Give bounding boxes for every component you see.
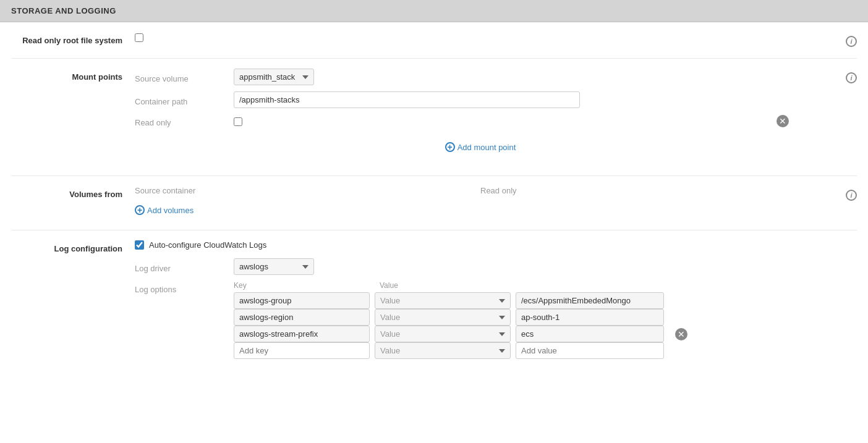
auto-configure-label: Auto-configure CloudWatch Logs bbox=[149, 240, 266, 250]
log-options-headers: Key Value bbox=[234, 281, 826, 290]
mount-points-row: Mount points Source volume appsmith_stac… bbox=[11, 59, 857, 176]
log-key-input-0[interactable] bbox=[234, 292, 370, 309]
log-option-row-3: Value bbox=[234, 342, 826, 359]
log-option-row-0: Value bbox=[234, 292, 826, 309]
source-container-header: Source container bbox=[135, 186, 480, 195]
read-only-root-checkbox[interactable] bbox=[135, 33, 143, 42]
mount-remove-icon[interactable]: ✕ bbox=[777, 115, 789, 127]
log-val-input-1[interactable] bbox=[516, 309, 664, 326]
log-remove-icon-2[interactable]: ✕ bbox=[675, 328, 687, 340]
container-path-label: Container path bbox=[135, 93, 234, 106]
section-header: STORAGE AND LOGGING bbox=[0, 0, 868, 22]
add-volumes-link[interactable]: + Add volumes bbox=[135, 200, 194, 220]
log-option-row-2: Value ✕ bbox=[234, 326, 826, 342]
log-value-header: Value bbox=[380, 281, 516, 290]
container-path-input[interactable]: /appsmith-stacks bbox=[234, 91, 580, 108]
log-config-content: Auto-configure CloudWatch Logs Log drive… bbox=[135, 240, 826, 365]
volumes-from-label: Volumes from bbox=[11, 186, 135, 199]
volumes-from-row: Volumes from Source container Read only … bbox=[11, 176, 857, 230]
read-only-root-info-col: i bbox=[826, 32, 857, 47]
log-config-info-col bbox=[826, 240, 857, 244]
add-mount-row: + Add mount point bbox=[135, 133, 826, 166]
log-driver-label: Log driver bbox=[135, 260, 234, 273]
log-options-content: Key Value Value bbox=[234, 281, 826, 359]
mount-read-only-row: Read only ✕ bbox=[135, 114, 826, 127]
log-value-select-2[interactable]: Value bbox=[375, 326, 511, 342]
add-volumes-row: + Add volumes bbox=[135, 200, 826, 220]
mount-read-only-label: Read only bbox=[135, 114, 234, 127]
log-value-select-3[interactable]: Value bbox=[375, 342, 511, 359]
source-volume-control: appsmith_stack bbox=[234, 69, 826, 85]
mount-read-only-checkbox[interactable] bbox=[234, 117, 242, 126]
source-volume-select[interactable]: appsmith_stack bbox=[234, 69, 314, 85]
volumes-from-info-col: i bbox=[826, 186, 857, 201]
log-val-input-2[interactable] bbox=[516, 326, 664, 342]
mount-points-info-icon[interactable]: i bbox=[846, 72, 857, 83]
log-key-header: Key bbox=[234, 281, 370, 290]
volumes-read-only-header: Read only bbox=[480, 186, 826, 195]
log-driver-control: awslogs bbox=[234, 258, 826, 275]
mount-points-info-col: i bbox=[826, 69, 857, 83]
read-only-root-row: Read only root file system i bbox=[11, 22, 857, 59]
volumes-from-info-icon[interactable]: i bbox=[846, 190, 857, 201]
read-only-root-label: Read only root file system bbox=[11, 32, 135, 45]
add-mount-point-link[interactable]: + Add mount point bbox=[445, 137, 516, 157]
read-only-root-content bbox=[135, 32, 826, 48]
add-volumes-plus-icon: + bbox=[135, 205, 145, 215]
volumes-headers: Source container Read only bbox=[135, 186, 826, 195]
read-only-root-info-icon[interactable]: i bbox=[846, 36, 857, 47]
auto-configure-row: Auto-configure CloudWatch Logs bbox=[135, 240, 826, 250]
container-path-control: /appsmith-stacks bbox=[234, 91, 826, 108]
mount-points-label: Mount points bbox=[11, 69, 135, 82]
add-mount-plus-icon: + bbox=[445, 142, 455, 152]
log-key-input-1[interactable] bbox=[234, 309, 370, 326]
log-options-row: Log options Key Value Value bbox=[135, 281, 826, 359]
mount-points-content: Source volume appsmith_stack Container p… bbox=[135, 69, 826, 166]
log-config-label: Log configuration bbox=[11, 240, 135, 253]
auto-configure-checkbox[interactable] bbox=[135, 240, 144, 250]
volumes-from-content: Source container Read only + Add volumes bbox=[135, 186, 826, 220]
log-value-select-0[interactable]: Value bbox=[375, 292, 511, 309]
source-volume-label: Source volume bbox=[135, 70, 234, 83]
log-driver-row: Log driver awslogs bbox=[135, 258, 826, 275]
mount-read-only-control bbox=[234, 116, 777, 126]
read-only-root-field-row bbox=[135, 32, 826, 42]
log-config-row: Log configuration Auto-configure CloudWa… bbox=[11, 230, 857, 375]
log-val-input-3[interactable] bbox=[516, 342, 664, 359]
log-option-row-1: Value bbox=[234, 309, 826, 326]
log-val-input-0[interactable] bbox=[516, 292, 664, 309]
log-key-input-2[interactable] bbox=[234, 326, 370, 342]
container-path-row: Container path /appsmith-stacks bbox=[135, 91, 826, 108]
log-key-input-3[interactable] bbox=[234, 342, 370, 359]
add-mount-point-label: Add mount point bbox=[457, 143, 516, 152]
log-options-label: Log options bbox=[135, 281, 234, 294]
log-value-select-1[interactable]: Value bbox=[375, 309, 511, 326]
add-volumes-label: Add volumes bbox=[147, 206, 194, 215]
source-volume-row: Source volume appsmith_stack bbox=[135, 69, 826, 85]
log-driver-select[interactable]: awslogs bbox=[234, 258, 314, 275]
